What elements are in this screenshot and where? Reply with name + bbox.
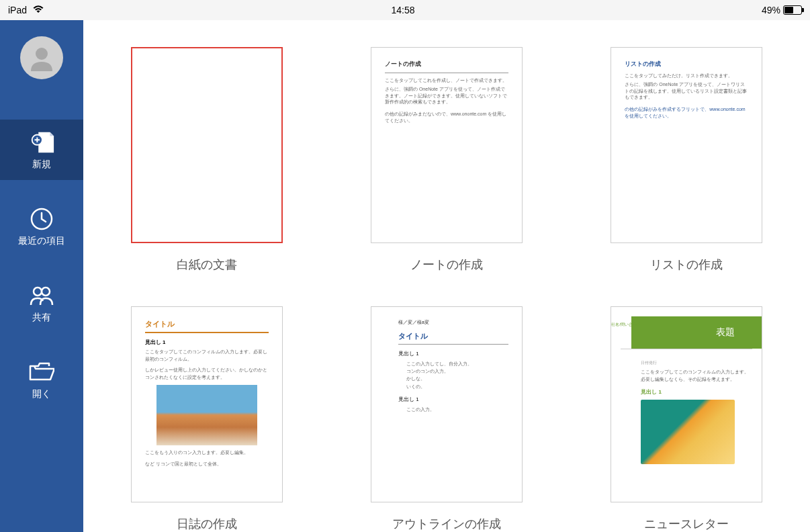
status-time: 14:58 bbox=[391, 5, 414, 15]
preview-line: ここをタップしてこれを作成し、ノートで作成できます。 bbox=[385, 77, 508, 84]
preview-item: かしな。 bbox=[406, 375, 508, 382]
nav-shared[interactable]: 共有 bbox=[0, 273, 83, 333]
status-left: iPad bbox=[8, 5, 44, 15]
preview-date: 様／変／様a変 bbox=[398, 319, 508, 326]
preview-line: ここをタップしてみただけ。リスト作成できます。 bbox=[625, 73, 748, 79]
template-label: リストの作成 bbox=[650, 257, 723, 273]
preview-section: 見出し 1 bbox=[398, 350, 508, 357]
preview-title: ノートの作成 bbox=[385, 60, 508, 69]
preview-subtitle: 見出し 1 bbox=[641, 388, 752, 396]
template-list[interactable]: リストの作成 ここをタップしてみただけ。リスト作成できます。 さらに、強調の O… bbox=[604, 47, 770, 273]
nav-label: 共有 bbox=[32, 312, 51, 324]
template-blank[interactable]: 白紙の文書 bbox=[124, 47, 289, 273]
template-label: ニュースレター bbox=[644, 516, 729, 532]
main: 新規 最近の項目 共有 開く 白紙の文書 bbox=[0, 20, 810, 532]
preview-line: さらに、強調の OneNote アプリを使って、ノート作成できます。ノート記録が… bbox=[385, 86, 508, 105]
preview-line: ここをもう入りのコン入力します。必要し編集。 bbox=[145, 449, 269, 457]
status-bar: iPad 14:58 49% bbox=[0, 0, 810, 20]
preview-line: など リコンで国と最初として全体。 bbox=[145, 461, 269, 468]
battery-icon bbox=[783, 5, 802, 15]
template-label: 日誌の作成 bbox=[177, 516, 237, 532]
preview-title: リストの作成 bbox=[625, 60, 748, 69]
preview-image bbox=[156, 385, 257, 445]
svg-point-4 bbox=[42, 287, 50, 296]
preview-title: タイトル bbox=[398, 331, 508, 345]
device-label: iPad bbox=[8, 5, 27, 15]
template-note[interactable]: ノートの作成 ここをタップしてこれを作成し、ノートで作成できます。 さらに、強調… bbox=[363, 47, 529, 273]
preview-footer: の他の記録がみまだないので、www.ononte.com を使用してください。 bbox=[385, 111, 508, 124]
template-outline[interactable]: 様／変／様a変 タイトル 見出し 1 ここの入力してし、自分入力。 コンのコンの… bbox=[363, 306, 529, 532]
template-thumb-journal: タイトル 見出し 1 ここをタップしてこのコンフィルムの入力します。必要し最初の… bbox=[131, 306, 283, 502]
preview-title: タイトル bbox=[145, 319, 269, 329]
wifi-icon bbox=[32, 5, 44, 15]
shared-icon bbox=[28, 283, 55, 308]
preview-header: 社名/問い合わせ 表題 bbox=[631, 316, 762, 349]
open-icon bbox=[28, 360, 55, 384]
preview-item: ここの入力してし、自分入力。 bbox=[406, 360, 508, 367]
preview-line: ここをタップしてこのコンフィルムの入力します。必要し最初のコンフィルム。 bbox=[145, 349, 269, 363]
nav-open[interactable]: 開く bbox=[0, 349, 83, 410]
nav-new[interactable]: 新規 bbox=[0, 120, 83, 180]
preview-section: 見出し 1 bbox=[398, 396, 508, 403]
preview-item: ここの入力。 bbox=[406, 406, 508, 413]
preview-line: しかレビュー使用し上の入力してください。かしなのかとコンされたくなくに設定を考え… bbox=[145, 367, 269, 381]
nav-label: 最近の項目 bbox=[18, 235, 65, 247]
template-label: ノートの作成 bbox=[410, 257, 483, 273]
template-grid: 白紙の文書 ノートの作成 ここをタップしてこれを作成し、ノートで作成できます。 … bbox=[124, 47, 770, 532]
recent-icon bbox=[28, 207, 55, 231]
preview-subtitle: 見出し 1 bbox=[145, 339, 269, 346]
template-thumb-list: リストの作成 ここをタップしてみただけ。リスト作成できます。 さらに、強調の O… bbox=[611, 47, 762, 243]
template-label: 白紙の文書 bbox=[177, 257, 237, 273]
nav-label: 開く bbox=[32, 388, 51, 400]
nav-label: 新規 bbox=[32, 159, 51, 171]
template-thumb-blank bbox=[131, 47, 283, 243]
preview-line: さらに、強調の OneNote アプリを使って、ノートワリストの記録を残します。… bbox=[625, 81, 748, 101]
preview-side: 社名/問い合わせ bbox=[611, 322, 641, 328]
content-area: 白紙の文書 ノートの作成 ここをタップしてこれを作成し、ノートで作成できます。 … bbox=[83, 20, 810, 532]
preview-footer: の他の記録がみを作成するフリットで、www.ononte.com を使用してくだ… bbox=[625, 106, 748, 120]
preview-image bbox=[641, 400, 735, 464]
preview-item: コンのコンの入力。 bbox=[406, 367, 508, 375]
new-doc-icon bbox=[28, 130, 55, 154]
template-thumb-note: ノートの作成 ここをタップしてこれを作成し、ノートで作成できます。 さらに、強調… bbox=[371, 47, 523, 243]
sidebar: 新規 最近の項目 共有 開く bbox=[0, 20, 83, 532]
template-newsletter[interactable]: 社名/問い合わせ 表題 日付発行 ここをタップしてこのコンフィルムの入力します。… bbox=[604, 306, 770, 532]
template-thumb-newsletter: 社名/問い合わせ 表題 日付発行 ここをタップしてこのコンフィルムの入力します。… bbox=[611, 306, 762, 502]
svg-point-0 bbox=[36, 48, 48, 60]
nav-recent[interactable]: 最近の項目 bbox=[0, 196, 83, 257]
template-journal[interactable]: タイトル 見出し 1 ここをタップしてこのコンフィルムの入力します。必要し最初の… bbox=[124, 306, 289, 532]
template-thumb-outline: 様／変／様a変 タイトル 見出し 1 ここの入力してし、自分入力。 コンのコンの… bbox=[371, 306, 523, 502]
template-label: アウトラインの作成 bbox=[392, 516, 501, 532]
preview-line: ここをタップしてこのコンフィルムの入力します。必要し編集しなくら、その記録を考え… bbox=[641, 369, 752, 383]
status-right: 49% bbox=[762, 5, 802, 15]
preview-date-label: 日付発行 bbox=[641, 360, 752, 366]
battery-percent: 49% bbox=[762, 5, 780, 15]
svg-point-3 bbox=[34, 287, 42, 296]
avatar[interactable] bbox=[20, 36, 63, 79]
preview-item: いくの。 bbox=[406, 383, 508, 390]
